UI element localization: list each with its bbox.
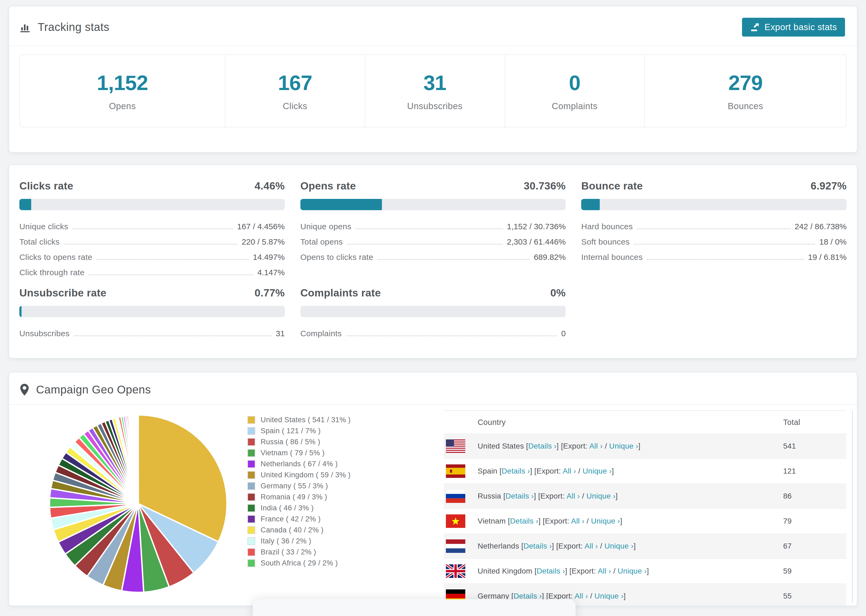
rate-section-header: Complaints rate 0% <box>301 287 566 299</box>
rate-progress-bar <box>301 199 566 210</box>
legend-color-chip <box>247 460 255 468</box>
export-all-link[interactable]: All › <box>584 542 598 550</box>
legend-item-brazil[interactable]: Brazil ( 33 / 2% ) <box>247 547 351 558</box>
export-unique-link[interactable]: Unique › <box>587 492 616 500</box>
rate-section: Unsubscribe rate 0.77% Unsubscribes 31 <box>19 287 285 341</box>
legend-label: Russia ( 86 / 5% ) <box>261 438 320 446</box>
rate-detail-row: Unique opens 1,152 / 30.736% <box>301 219 566 234</box>
legend-label: United States ( 541 / 31% ) <box>261 416 351 424</box>
table-scrollbar-track[interactable] <box>852 410 853 603</box>
dotted-leader <box>72 228 233 229</box>
export-unique-link[interactable]: Unique › <box>594 592 624 600</box>
legend-color-chip <box>247 493 255 501</box>
total-cell: 121 <box>783 467 796 475</box>
export-unique-link[interactable]: Unique › <box>604 542 633 550</box>
legend-item-romania[interactable]: Romania ( 49 / 3% ) <box>247 492 351 503</box>
rate-detail-value: 19 / 6.81% <box>808 253 847 262</box>
rate-detail-value: 31 <box>276 329 285 338</box>
dotted-leader <box>64 244 238 245</box>
stat-cell-opens: 1,152 Opens <box>20 55 225 127</box>
rate-detail-label: Soft bounces <box>581 237 630 247</box>
export-unique-link[interactable]: Unique › <box>609 442 638 450</box>
total-cell: 86 <box>783 492 792 500</box>
details-link[interactable]: Details › <box>537 567 565 575</box>
rate-detail-label: Total opens <box>301 237 343 247</box>
rate-detail-value: 689.82% <box>534 253 565 262</box>
legend-item-germany[interactable]: Germany ( 55 / 3% ) <box>247 481 351 492</box>
stat-cell-complaints: 0 Complaints <box>505 55 645 127</box>
details-link[interactable]: Details › <box>510 517 538 525</box>
export-all-link[interactable]: All › <box>563 467 576 475</box>
legend-label: Italy ( 36 / 2% ) <box>261 537 311 545</box>
country-cell: Vietnam [Details ›] [Export: All › / Uni… <box>444 517 622 525</box>
legend-label: Spain ( 121 / 7% ) <box>261 427 321 435</box>
tracking-stats-card: Tracking stats Export basic stats 1,152 … <box>9 6 857 152</box>
dotted-leader <box>634 244 815 245</box>
details-link[interactable]: Details › <box>523 542 552 550</box>
rate-section: Bounce rate 6.927% Hard bounces 242 / 86… <box>581 180 847 280</box>
dotted-leader <box>96 259 249 260</box>
map-pin-icon <box>19 383 30 396</box>
rate-detail-value: 167 / 4.456% <box>237 222 285 231</box>
rate-title: Complaints rate <box>301 287 381 299</box>
export-all-link[interactable]: All › <box>571 517 584 525</box>
rate-detail-label: Hard bounces <box>581 222 633 231</box>
rate-detail-value: 242 / 86.738% <box>795 222 847 231</box>
legend-item-netherlands[interactable]: Netherlands ( 67 / 4% ) <box>247 459 351 470</box>
export-all-link[interactable]: All › <box>567 492 580 500</box>
legend-color-chip <box>247 482 255 490</box>
stat-value: 1,152 <box>97 71 148 95</box>
rate-progress-bar <box>581 199 847 210</box>
export-unique-link[interactable]: Unique › <box>618 567 647 575</box>
legend-label: Netherlands ( 67 / 4% ) <box>261 460 338 468</box>
stat-label: Complaints <box>552 101 598 111</box>
export-unique-link[interactable]: Unique › <box>583 467 612 475</box>
country-flag-icon-nl <box>446 539 465 553</box>
legend-label: Brazil ( 33 / 2% ) <box>261 548 316 556</box>
export-all-link[interactable]: All › <box>598 567 611 575</box>
country-cell: Spain [Details ›] [Export: All › / Uniqu… <box>444 467 614 475</box>
export-all-link[interactable]: All › <box>575 592 588 600</box>
legend-color-chip <box>247 438 255 446</box>
legend-item-russia[interactable]: Russia ( 86 / 5% ) <box>247 437 351 448</box>
stat-cell-bounces: 279 Bounces <box>645 55 846 127</box>
geo-body: United States ( 541 / 31% ) Spain ( 121 … <box>9 405 857 604</box>
rate-progress-fill <box>19 199 31 210</box>
legend-item-spain[interactable]: Spain ( 121 / 7% ) <box>247 426 351 437</box>
rate-detail-row: Internal bounces 19 / 6.81% <box>581 250 847 265</box>
export-basic-stats-button[interactable]: Export basic stats <box>742 18 845 36</box>
country-cell: United Kingdom [Details ›] [Export: All … <box>444 567 649 575</box>
export-all-link[interactable]: All › <box>589 442 603 450</box>
table-header-row: Country Total <box>444 411 846 434</box>
rate-detail-value: 18 / 0% <box>819 237 847 247</box>
legend-color-chip <box>247 504 255 512</box>
legend-label: Vietnam ( 79 / 5% ) <box>261 449 324 457</box>
country-flag-icon-es <box>446 464 465 478</box>
legend-item-italy[interactable]: Italy ( 36 / 2% ) <box>247 536 351 547</box>
details-link[interactable]: Details › <box>528 442 556 450</box>
rate-detail-row: Click through rate 4.147% <box>19 265 285 280</box>
rate-section: Clicks rate 4.46% Unique clicks 167 / 4.… <box>19 180 285 280</box>
country-flag-icon-us <box>446 439 465 453</box>
stat-label: Opens <box>109 101 136 111</box>
legend-item-united-kingdom[interactable]: United Kingdom ( 59 / 3% ) <box>247 470 351 481</box>
legend-item-vietnam[interactable]: Vietnam ( 79 / 5% ) <box>247 448 351 459</box>
column-header-total: Total <box>783 418 800 427</box>
legend-item-canada[interactable]: Canada ( 40 / 2% ) <box>247 525 351 536</box>
total-cell: 67 <box>783 542 792 550</box>
legend-item-india[interactable]: India ( 46 / 3% ) <box>247 503 351 514</box>
details-link[interactable]: Details › <box>513 592 542 600</box>
legend-item-france[interactable]: France ( 42 / 2% ) <box>247 514 351 525</box>
legend-item-south-africa[interactable]: South Africa ( 29 / 2% ) <box>247 558 351 569</box>
rate-title: Bounce rate <box>581 180 643 192</box>
rate-detail-row: Total opens 2,303 / 61.446% <box>301 234 566 250</box>
rate-detail-row: Unique clicks 167 / 4.456% <box>19 219 285 234</box>
details-link[interactable]: Details › <box>505 492 534 500</box>
rate-detail-value: 0 <box>561 329 566 338</box>
legend-item-united-states[interactable]: United States ( 541 / 31% ) <box>247 415 351 426</box>
details-link[interactable]: Details › <box>502 467 530 475</box>
export-unique-link[interactable]: Unique › <box>591 517 620 525</box>
stats-band: 1,152 Opens 167 Clicks 31 Unsubscribes 0… <box>19 54 847 127</box>
bar-chart-icon <box>19 21 31 33</box>
rate-detail-label: Unique clicks <box>19 222 68 231</box>
